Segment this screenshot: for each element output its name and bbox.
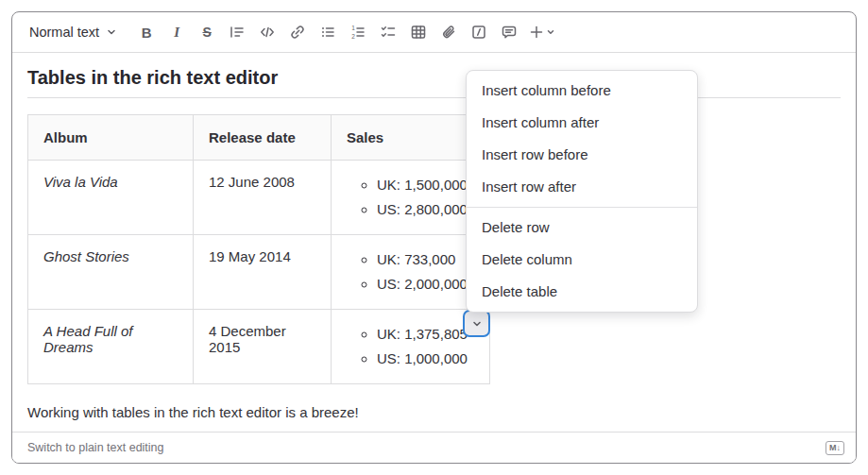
- strikethrough-button[interactable]: S: [193, 18, 221, 46]
- editor-toolbar: Normal text B I S 12: [12, 12, 856, 53]
- menu-item-delete-row[interactable]: Delete row: [467, 212, 697, 244]
- italic-button[interactable]: I: [162, 18, 191, 46]
- code-icon: [259, 24, 276, 41]
- code-button[interactable]: [253, 18, 281, 46]
- bold-button[interactable]: B: [132, 18, 161, 46]
- italic-icon: I: [174, 25, 179, 41]
- editor-content[interactable]: Tables in the rich text editor Album Rel…: [12, 66, 856, 422]
- table-header-row: Album Release date Sales: [28, 115, 490, 161]
- table-row: Ghost Stories 19 May 2014 UK: 733,000 US…: [28, 235, 490, 310]
- table-icon: [410, 24, 427, 41]
- ordered-list-button[interactable]: 12: [344, 18, 372, 46]
- strikethrough-icon: S: [202, 25, 211, 40]
- blockquote-icon: [229, 24, 246, 41]
- rich-text-editor: Normal text B I S 12: [11, 11, 857, 464]
- menu-item-insert-column-after[interactable]: Insert column after: [467, 107, 697, 139]
- menu-divider: [467, 207, 697, 208]
- table-row: A Head Full of Dreams 4 December 2015 UK…: [28, 310, 490, 384]
- attachment-button[interactable]: [434, 18, 463, 46]
- menu-item-delete-table[interactable]: Delete table: [467, 276, 697, 308]
- task-list-icon: [380, 24, 397, 41]
- bullet-list-icon: [319, 24, 336, 41]
- chevron-down-icon: [471, 318, 483, 330]
- switch-to-plain-text-button[interactable]: Switch to plain text editing: [27, 441, 164, 454]
- more-options-button[interactable]: [525, 18, 559, 46]
- page-title: Tables in the rich text editor: [27, 66, 841, 89]
- svg-text:1: 1: [351, 25, 355, 31]
- svg-text:2: 2: [351, 33, 355, 40]
- plus-icon: [529, 25, 544, 40]
- slash-command-button[interactable]: [465, 18, 493, 46]
- sales-list: UK: 1,500,000 US: 2,800,000: [332, 173, 482, 222]
- menu-item-insert-column-before[interactable]: Insert column before: [467, 75, 697, 107]
- sales-item: US: 1,000,000: [377, 347, 482, 371]
- horizontal-rule: [27, 97, 841, 98]
- cell-release-date[interactable]: 12 June 2008: [194, 161, 332, 235]
- column-header-album[interactable]: Album: [28, 115, 194, 161]
- table-button[interactable]: [404, 18, 433, 46]
- editor-footer: Switch to plain text editing M↓: [12, 432, 856, 463]
- sales-list: UK: 1,375,805 US: 1,000,000: [332, 322, 482, 371]
- comment-button[interactable]: [495, 18, 523, 46]
- task-list-button[interactable]: [374, 18, 402, 46]
- chevron-down-icon: [106, 26, 117, 38]
- cell-release-date[interactable]: 4 December 2015: [194, 310, 332, 384]
- sales-list: UK: 733,000 US: 2,000,000: [332, 247, 482, 297]
- cell-album[interactable]: Ghost Stories: [28, 235, 194, 310]
- cell-album[interactable]: A Head Full of Dreams: [28, 310, 194, 384]
- blockquote-button[interactable]: [223, 18, 251, 46]
- cell-album[interactable]: Viva la Vida: [28, 161, 194, 235]
- slash-command-icon: [470, 24, 487, 41]
- link-icon: [289, 24, 306, 41]
- text-style-dropdown[interactable]: Normal text: [27, 21, 119, 43]
- table-row: Viva la Vida 12 June 2008 UK: 1,500,000 …: [28, 161, 490, 235]
- albums-table: Album Release date Sales Viva la Vida 12…: [27, 114, 490, 384]
- menu-item-insert-row-before[interactable]: Insert row before: [467, 139, 697, 171]
- bold-icon: B: [142, 25, 152, 41]
- table-actions-button[interactable]: [463, 310, 490, 337]
- cell-release-date[interactable]: 19 May 2014: [194, 235, 332, 310]
- body-paragraph[interactable]: Working with tables in the rich text edi…: [27, 403, 841, 422]
- table-actions-menu: Insert column before Insert column after…: [466, 70, 698, 313]
- chevron-down-icon: [546, 27, 555, 37]
- markdown-icon: M↓: [825, 441, 844, 455]
- ordered-list-icon: 12: [349, 24, 366, 41]
- comment-icon: [501, 24, 518, 41]
- menu-item-insert-row-after[interactable]: Insert row after: [467, 171, 697, 203]
- column-header-release-date[interactable]: Release date: [194, 115, 332, 161]
- text-style-label: Normal text: [29, 25, 99, 40]
- paperclip-icon: [440, 24, 457, 41]
- menu-item-delete-column[interactable]: Delete column: [467, 244, 697, 276]
- bullet-list-button[interactable]: [314, 18, 342, 46]
- link-button[interactable]: [283, 18, 312, 46]
